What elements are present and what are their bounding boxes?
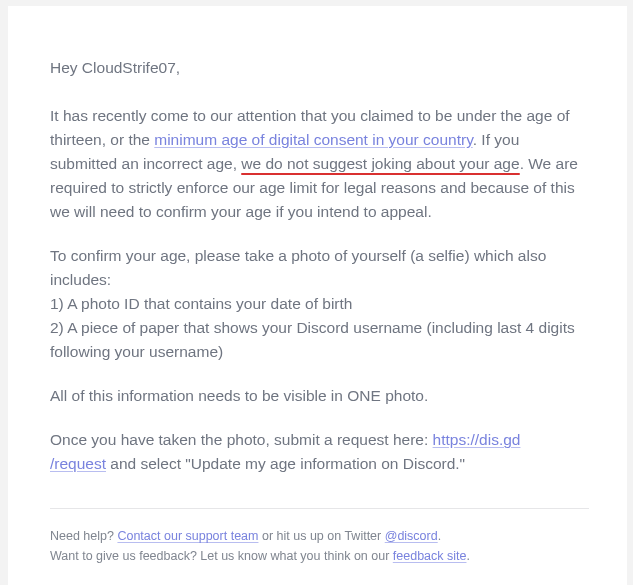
- requirement-item-2: 2) A piece of paper that shows your Disc…: [50, 319, 575, 360]
- body-paragraph-2: To confirm your age, please take a photo…: [50, 244, 589, 364]
- text-segment: .: [438, 529, 441, 543]
- support-link[interactable]: Contact our support team: [117, 529, 258, 543]
- email-card: Hey CloudStrife07, It has recently come …: [8, 6, 627, 585]
- min-age-link[interactable]: minimum age of digital consent in your c…: [154, 131, 472, 148]
- email-footer: Need help? Contact our support team or h…: [50, 527, 589, 566]
- twitter-link[interactable]: @discord: [385, 529, 438, 543]
- footer-line-2: Want to give us feedback? Let us know wh…: [50, 547, 589, 566]
- text-segment: Want to give us feedback? Let us know wh…: [50, 549, 393, 563]
- link-part: https://dis.gd: [433, 431, 521, 448]
- greeting-line: Hey CloudStrife07,: [50, 56, 589, 80]
- text-segment: Need help?: [50, 529, 117, 543]
- body-paragraph-4: Once you have taken the photo, submit a …: [50, 428, 589, 476]
- body-paragraph-3: All of this information needs to be visi…: [50, 384, 589, 408]
- text-segment: .: [466, 549, 469, 563]
- text-segment: Once you have taken the photo, submit a …: [50, 431, 433, 448]
- text-segment: To confirm your age, please take a photo…: [50, 247, 546, 288]
- divider: [50, 508, 589, 509]
- link-part: /request: [50, 455, 106, 472]
- emphasized-joke-warning: we do not suggest joking about your age: [241, 155, 519, 172]
- requirement-item-1: 1) A photo ID that contains your date of…: [50, 295, 352, 312]
- text-segment: and select "Update my age information on…: [106, 455, 465, 472]
- feedback-link[interactable]: feedback site: [393, 549, 467, 563]
- text-segment: or hit us up on Twitter: [258, 529, 384, 543]
- body-paragraph-1: It has recently come to our attention th…: [50, 104, 589, 224]
- footer-line-1: Need help? Contact our support team or h…: [50, 527, 589, 546]
